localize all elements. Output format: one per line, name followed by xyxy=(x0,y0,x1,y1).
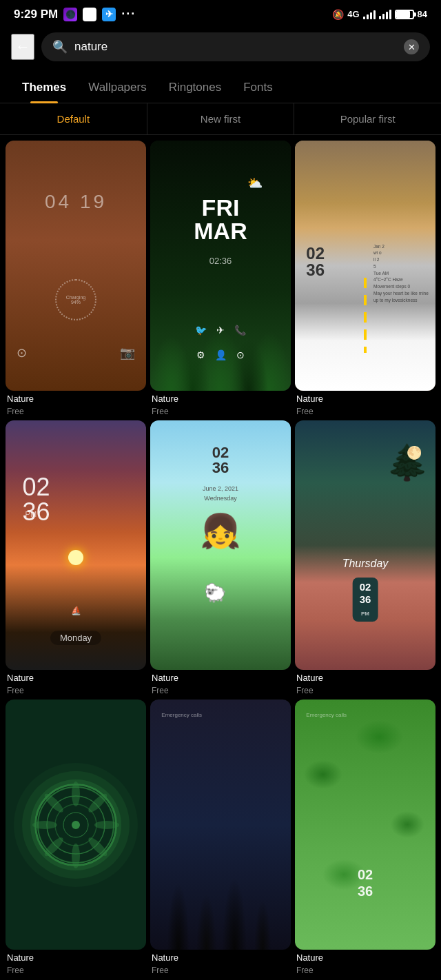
category-tabs: Themes Wallpapers Ringtones Fonts xyxy=(0,67,441,103)
status-left: 9:29 PM 🌑 G ✈ ··· xyxy=(14,7,136,21)
app-icon-purple: 🌑 xyxy=(63,8,77,21)
tab-themes[interactable]: Themes xyxy=(11,72,77,103)
theme-name: Nature xyxy=(295,952,435,963)
theme-price: Free xyxy=(295,686,435,695)
theme-item[interactable]: 0236 Jan 2wi oll 25Tue AM4°C~2°C HazeMov… xyxy=(295,141,435,416)
themes-grid: 04 19 Charging94% ⊙ 📷 Nature Free ⛅ FRIM… xyxy=(0,135,441,980)
sort-tabs: Default New first Popular first xyxy=(0,103,441,135)
theme-price: Free xyxy=(6,966,146,975)
svg-point-4 xyxy=(72,821,80,829)
theme-name: Nature xyxy=(295,673,435,683)
theme-item[interactable]: Emergency calls Nature Free xyxy=(150,700,291,975)
battery-icon xyxy=(395,10,414,19)
theme-thumbnail: 🌲 🌕 Thursday 0236PM xyxy=(295,420,435,671)
svg-point-5 xyxy=(72,782,80,806)
search-icon: 🔍 xyxy=(52,39,68,54)
theme-thumbnail: 04 19 Charging94% ⊙ 📷 xyxy=(6,141,146,391)
wifi-bar-2 xyxy=(382,14,384,19)
mandala-svg xyxy=(31,780,121,870)
theme-price: Free xyxy=(150,966,291,975)
theme-name: Nature xyxy=(150,394,291,404)
tab-fonts[interactable]: Fonts xyxy=(232,72,284,103)
theme-name: Nature xyxy=(295,394,435,404)
theme-price: Free xyxy=(6,407,146,416)
signal-bar-2 xyxy=(367,14,369,19)
app-icon-google: G xyxy=(83,8,96,21)
svg-point-9 xyxy=(72,844,80,868)
theme-thumbnail: 0236 Jan 2wi oll 25Tue AM4°C~2°C HazeMov… xyxy=(295,141,435,391)
status-time: 9:29 PM xyxy=(14,8,58,21)
tab-wallpapers[interactable]: Wallpapers xyxy=(77,72,157,103)
mute-icon: 🔕 xyxy=(332,9,344,20)
wifi-bar-3 xyxy=(386,12,388,19)
tab-ringtones[interactable]: Ringtones xyxy=(158,72,233,103)
theme-price: Free xyxy=(295,966,435,975)
theme-name: Nature xyxy=(150,952,291,963)
svg-point-7 xyxy=(94,821,119,829)
theme-price: Free xyxy=(295,407,435,416)
clear-button[interactable]: ✕ xyxy=(404,39,419,54)
theme-thumbnail: ⛅ FRIMAR 02:36 🐦✈📞 ⚙👤⊙ xyxy=(150,141,291,391)
battery-fill xyxy=(396,11,410,18)
search-input[interactable] xyxy=(74,40,397,54)
theme-item[interactable]: Nature Free xyxy=(6,700,146,975)
theme-item[interactable]: Emergency calls 0236 Nature Free xyxy=(295,700,435,975)
theme-item[interactable]: 04 19 Charging94% ⊙ 📷 Nature Free xyxy=(6,141,146,416)
theme-item[interactable]: ⛅ FRIMAR 02:36 🐦✈📞 ⚙👤⊙ Nature Free xyxy=(150,141,291,416)
theme-name: Nature xyxy=(6,394,146,404)
theme-item[interactable]: 0236 PM Monday ⛵ Nature Free xyxy=(6,420,146,696)
theme-thumbnail: 0236 PM Monday ⛵ xyxy=(6,420,146,671)
battery-pct: 84 xyxy=(418,9,427,19)
theme-name: Nature xyxy=(6,673,146,683)
theme-price: Free xyxy=(150,407,291,416)
theme-thumbnail xyxy=(6,700,146,950)
wifi-bar-4 xyxy=(389,10,391,19)
signal-bars xyxy=(363,10,376,19)
theme-name: Nature xyxy=(150,673,291,683)
more-apps-icon: ··· xyxy=(121,7,136,21)
sort-default[interactable]: Default xyxy=(0,103,147,134)
wifi-bars xyxy=(379,10,391,19)
svg-point-11 xyxy=(32,821,57,829)
search-bar: ← 🔍 ✕ xyxy=(0,27,441,67)
sort-new-first[interactable]: New first xyxy=(147,103,295,134)
search-input-wrap: 🔍 ✕ xyxy=(41,32,430,61)
network-label: 4G xyxy=(347,9,359,19)
theme-item[interactable]: 0236 June 2, 2021 Wednesday 👧 🐑 Nature F… xyxy=(150,420,291,696)
sort-popular-first[interactable]: Popular first xyxy=(294,103,441,134)
theme-thumbnail: Emergency calls 0236 xyxy=(295,700,435,950)
signal-bar-1 xyxy=(363,17,365,19)
theme-price: Free xyxy=(6,686,146,695)
status-bar: 9:29 PM 🌑 G ✈ ··· 🔕 4G 84 xyxy=(0,0,441,27)
signal-bar-4 xyxy=(373,10,376,19)
signal-bar-3 xyxy=(370,12,372,19)
theme-item[interactable]: 🌲 🌕 Thursday 0236PM Nature Free xyxy=(295,420,435,696)
status-right: 🔕 4G 84 xyxy=(332,9,427,20)
theme-thumbnail: Emergency calls xyxy=(150,700,291,950)
theme-thumbnail: 0236 June 2, 2021 Wednesday 👧 🐑 xyxy=(150,420,291,671)
theme-name: Nature xyxy=(6,952,146,963)
wifi-bar-1 xyxy=(379,16,381,19)
theme-price: Free xyxy=(150,686,291,695)
app-icon-telegram: ✈ xyxy=(102,8,116,21)
back-button[interactable]: ← xyxy=(11,34,34,60)
